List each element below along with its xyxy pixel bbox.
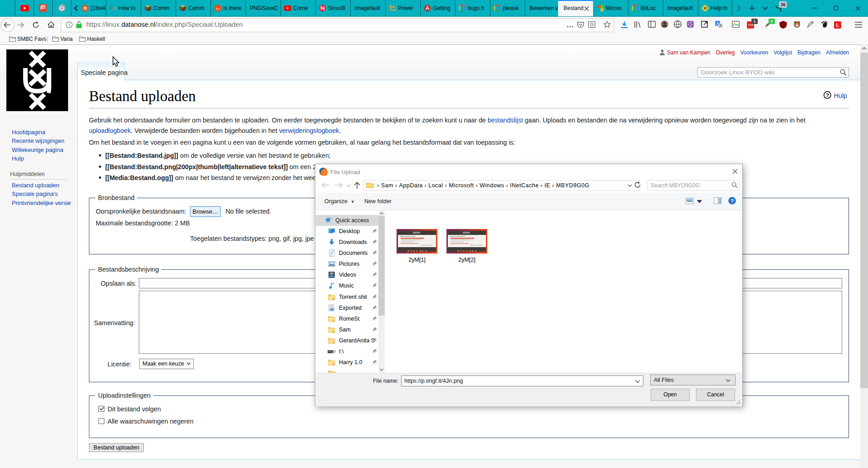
svg-text:L: L bbox=[836, 23, 839, 28]
svg-text:?: ? bbox=[731, 198, 734, 204]
svg-text:?: ? bbox=[333, 350, 336, 354]
svg-text:?: ? bbox=[826, 93, 829, 98]
svg-text:文: 文 bbox=[719, 24, 722, 28]
